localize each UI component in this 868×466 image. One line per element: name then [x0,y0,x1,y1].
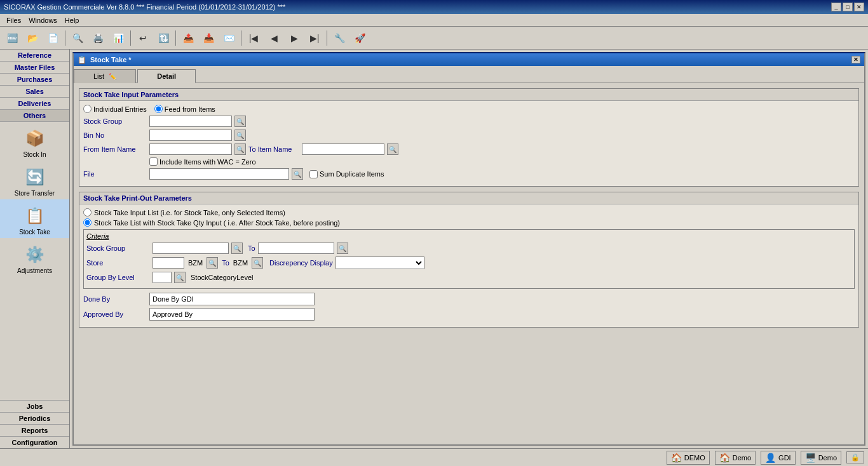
print-radio-list-qty: Stock Take List with Stock Take Qty Inpu… [83,218,855,227]
criteria-to-input[interactable] [258,243,334,254]
from-item-search[interactable]: 🔍 [234,143,246,155]
toolbar-refresh[interactable]: 🔃 [154,29,173,47]
toolbar-email[interactable]: ✉️ [219,29,238,47]
toolbar-undo[interactable]: ↩ [133,29,153,47]
menu-help[interactable]: Help [61,16,83,25]
tab-list[interactable]: List ✏️ [74,69,136,83]
toolbar-export[interactable]: 📤 [179,29,198,47]
stock-group-search[interactable]: 🔍 [234,116,246,127]
radio-feed[interactable]: Feed from Items [154,105,215,113]
criteria-store-search[interactable]: 🔍 [207,257,218,269]
criteria-to-label: To [248,244,255,252]
title-bar: SICORAX Gestion Commerciale Ver 8.8.0 **… [0,0,868,14]
status-bar: 🏠 DEMO 🏠 Demo 👤 GDI 🖥️ Demo 🔒 [0,448,868,466]
criteria-store2-search[interactable]: 🔍 [252,257,263,269]
from-item-label: From Item Name [83,145,147,153]
to-item-input[interactable] [302,143,384,155]
toolbar-open[interactable]: 📂 [23,29,42,47]
criteria-to-search[interactable]: 🔍 [337,243,348,254]
file-search[interactable]: 🔍 [292,168,303,180]
window-body: Stock Take Input Parameters Individual E… [74,83,864,443]
status-lock: 🔒 [846,451,864,463]
input-section-body: Individual Entries Feed from Items Stock… [79,101,858,186]
group-by-input[interactable] [153,272,172,283]
menu-files[interactable]: Files [3,16,25,25]
status-label-2: Demo [733,454,751,462]
sidebar-nav-store-transfer[interactable]: 🔄 Store Transfer [0,161,69,199]
done-by-label: Done By [83,295,147,303]
print-radio1[interactable] [83,208,92,216]
sidebar-nav-adjustments[interactable]: ⚙️ Adjustments [0,238,69,277]
done-by-input[interactable] [149,293,315,305]
toolbar-last[interactable]: ▶| [305,29,324,47]
tab-detail[interactable]: Detail [137,69,196,83]
menu-bar: Files Windows Help [0,14,868,27]
toolbar-import[interactable]: 📥 [199,29,218,47]
minimize-btn[interactable]: _ [831,3,841,11]
store-value-display: BZM [188,259,203,267]
sidebar-jobs[interactable]: Jobs [0,400,69,412]
bin-no-input[interactable] [149,130,232,141]
print-section-body: Stock Take Input List (i.e. for Stock Ta… [79,204,858,327]
tab-pencil-icon: ✏️ [109,73,116,80]
sidebar-deliveries[interactable]: Deliveries [0,98,69,110]
adjustments-label: Adjustments [17,267,52,274]
discrepancy-dropdown[interactable] [336,256,424,269]
status-item-3: 👤 GDI [761,451,796,465]
sidebar-reference[interactable]: Reference [0,50,69,62]
stock-group-input[interactable] [149,116,232,127]
content-area: 📋 Stock Take * ✕ List ✏️ Detail S [70,50,868,448]
sidebar-sales[interactable]: Sales [0,86,69,98]
sidebar-purchases[interactable]: Purchases [0,74,69,86]
sidebar-configuration[interactable]: Configuration [0,436,69,448]
group-by-search[interactable]: 🔍 [174,272,186,283]
toolbar-tools[interactable]: 🔧 [330,29,349,47]
to-item-search[interactable]: 🔍 [387,143,398,155]
toolbar-first[interactable]: |◀ [244,29,263,47]
toolbar-exit[interactable]: 🚀 [350,29,369,47]
toolbar-report[interactable]: 📊 [109,29,128,47]
radio-individual[interactable]: Individual Entries [83,105,147,113]
sidebar-reports[interactable]: Reports [0,424,69,436]
sidebar-nav-stock-in[interactable]: 📦 Stock In [0,122,69,161]
stock-take-icon: 📋 [22,203,48,229]
print-section-title: Stock Take Print-Out Parameters [79,192,858,204]
group-by-value: StockCategoryLevel [191,274,253,281]
sum-duplicate-checkbox[interactable]: Sum Duplicate Items [309,170,384,178]
approved-by-input[interactable] [149,308,315,321]
to-item-label: To Item Name [248,145,299,153]
file-input[interactable] [149,168,289,180]
group-by-row: Group By Level 🔍 StockCategoryLevel [86,272,851,283]
stock-take-label: Stock Take [19,229,50,236]
stock-take-input-section: Stock Take Input Parameters Individual E… [79,88,859,187]
sep3 [175,30,176,46]
include-items-row: Include Items with WAC = Zero [83,157,855,166]
status-icon-3: 👤 [765,453,776,463]
sidebar-master-files[interactable]: Master Files [0,62,69,74]
sidebar-others[interactable]: Others [0,110,69,122]
toolbar-find[interactable]: 🔍 [68,29,87,47]
menu-windows[interactable]: Windows [25,16,61,25]
sidebar-spacer [0,277,69,400]
sidebar: Reference Master Files Purchases Sales D… [0,50,70,448]
criteria-stock-group-search[interactable]: 🔍 [231,243,243,254]
toolbar-next[interactable]: ▶ [285,29,304,47]
bin-no-search[interactable]: 🔍 [234,130,246,141]
toolbar-new[interactable]: 🆕 [3,29,22,47]
criteria-stock-group-input[interactable] [153,243,229,254]
approved-by-label: Approved By [83,310,147,318]
window-close-btn[interactable]: ✕ [851,56,860,63]
toolbar-print[interactable]: 🖨️ [88,29,107,47]
close-btn[interactable]: ✕ [854,3,864,11]
sidebar-periodics[interactable]: Periodics [0,412,69,424]
toolbar-close[interactable]: 📄 [43,29,62,47]
sidebar-nav-stock-take[interactable]: 📋 Stock Take [0,199,69,238]
include-wac-checkbox[interactable]: Include Items with WAC = Zero [149,157,256,166]
store-transfer-icon: 🔄 [22,164,48,190]
criteria-store-label: Store [86,259,150,267]
criteria-store-input[interactable] [153,257,184,269]
toolbar-prev[interactable]: ◀ [264,29,283,47]
maximize-btn[interactable]: □ [843,3,853,11]
print-radio2[interactable] [83,218,92,227]
from-item-input[interactable] [149,143,232,155]
